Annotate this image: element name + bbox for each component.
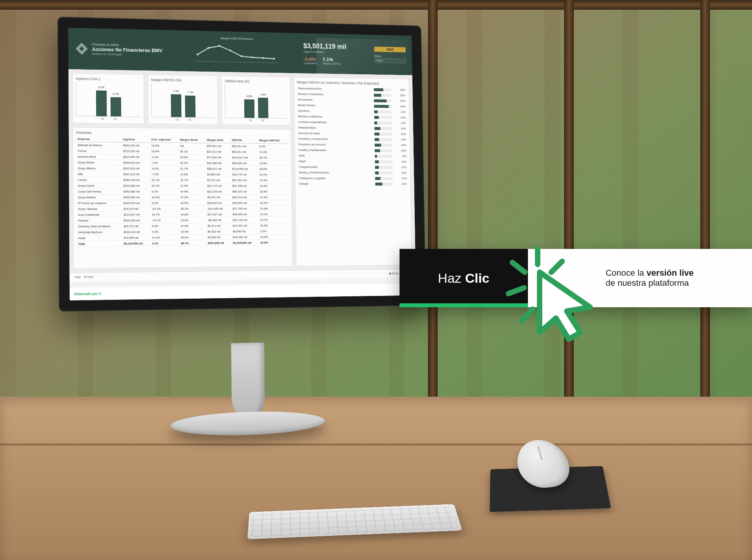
industry-name: Infraestructura	[298, 126, 372, 130]
industry-name: Papel	[299, 159, 373, 163]
industry-bar	[375, 132, 392, 135]
industry-metric-row[interactable]: Medios y Entretenimiento14%	[298, 170, 407, 175]
svg-point-3	[230, 50, 231, 52]
svg-point-5	[252, 56, 254, 58]
cta-light-block[interactable]: Conoce la versión live de nuestra plataf…	[528, 249, 752, 307]
mini-chart-panel: Ingresos (Crec.)8.2%6.1%’22’23	[72, 73, 144, 124]
industry-name: Hoteles y Restaurantes	[298, 148, 373, 152]
sector-label: Sector	[374, 55, 406, 58]
industry-value: 14%	[395, 171, 407, 175]
footer-tag-b[interactable]: $ Total	[84, 275, 93, 278]
industry-name: Energía	[299, 182, 373, 186]
table-row[interactable]: Grupo Carso$222,968 mil22.7%21.4%$24,115…	[76, 183, 288, 189]
table-row[interactable]: Grupo Televisa$74,519 mil-52.1%38.1%-$12…	[77, 206, 289, 212]
sector-select[interactable]: Todos	[374, 58, 406, 63]
mini-bar: 6.1%	[110, 97, 121, 116]
cta-banner[interactable]: Haz Clic	[400, 249, 752, 307]
header-sparkline-chart: Margen EBITDA histórico	[177, 35, 296, 68]
industry-value: 8%	[394, 154, 407, 158]
industry-bar	[374, 94, 391, 97]
industry-bar	[375, 177, 393, 180]
table-row[interactable]: Grupo México$243,519 mil-8.0%41.1%$58,61…	[76, 165, 288, 172]
table-header-cell[interactable]: Margen Bruto	[178, 137, 205, 143]
cta-text-b: Clic	[465, 271, 489, 285]
svg-point-2	[219, 45, 221, 47]
industry-value: 60%	[394, 105, 406, 108]
table-row[interactable]: Grupo Elektra$180,983 mil10.4%57.2%$5,24…	[76, 194, 288, 200]
industry-value: 14%	[394, 110, 406, 114]
industry-name: Bebidas y Alimentos	[298, 115, 372, 119]
cta-copy-c: de nuestra plataforma	[606, 278, 689, 288]
industry-bar	[374, 121, 392, 124]
mini-chart-title: Margen EBITDA (%)	[151, 78, 214, 82]
brand-block: Finanzas & cotiza Acciones No Financiera…	[75, 42, 169, 57]
mini-bar: 4.4%	[258, 98, 269, 118]
industry-name: Aeropuertos	[298, 98, 372, 102]
industry-metric-row[interactable]: Transporte y Logística21%	[298, 175, 407, 181]
industry-name: Cemento y Construcción	[298, 137, 373, 141]
cta-text-a: Haz	[438, 271, 461, 285]
svg-line-8	[195, 61, 279, 63]
industry-value: 15%	[394, 166, 407, 169]
table-row[interactable]: Cemex$296,218 mil10.7%32.7%$3,371 mil$57…	[76, 177, 288, 183]
table-header-cell[interactable]: Margen Neto	[205, 137, 231, 143]
kpi-margin: 7.1% Margen EBITDA	[323, 57, 341, 65]
monitor: Finanzas & cotiza Acciones No Financiera…	[58, 17, 427, 374]
industry-name: Productos de consumo	[298, 143, 373, 147]
industry-metric-row[interactable]: Textil8%	[298, 153, 407, 159]
table-header-cell[interactable]: Crec. Ingresos	[150, 136, 179, 143]
industry-value: 25%	[394, 144, 406, 147]
table-row[interactable]: Total$5,119,553 mil4.1%38.1%$322,846 mil…	[77, 240, 289, 247]
industry-margin-panel: Margen EBITDA por Industria / Subsector …	[294, 77, 412, 266]
svg-line-13	[522, 309, 533, 321]
svg-point-4	[240, 55, 242, 57]
industry-bar	[374, 99, 391, 102]
industry-bar	[375, 149, 392, 152]
mini-chart-panel: Utilidad Neta (%)4.0%4.4%’22’23	[221, 76, 291, 126]
companies-table[interactable]: EmpresaIngresosCrec. IngresosMargen Brut…	[76, 136, 289, 247]
industry-bar	[374, 88, 391, 91]
industry-bar	[375, 182, 393, 186]
industry-bar	[374, 105, 391, 108]
dashboard-screen: Finanzas & cotiza Acciones No Financiera…	[68, 28, 416, 300]
industry-value: 12%	[394, 121, 406, 125]
industry-value: 38%	[393, 88, 405, 92]
footer-tag-a[interactable]: Total	[74, 275, 81, 279]
industry-name: Bienes Raíces	[298, 103, 372, 108]
header-metrics: $3,501,119 mil Ingresos totales -3.8% Cr…	[303, 42, 368, 65]
svg-point-6	[262, 57, 264, 59]
mini-chart-title: Utilidad Neta (%)	[225, 79, 287, 84]
year-badge[interactable]: 2023	[374, 47, 406, 52]
table-header-cell[interactable]: Empresa	[76, 136, 122, 142]
table-title: Empresas	[76, 131, 288, 136]
industry-name: Servicios de salud	[298, 131, 373, 135]
mini-bar: 8.2%	[96, 90, 107, 116]
table-header-cell[interactable]: EBITDA	[230, 137, 258, 144]
industry-value: 18%	[394, 116, 406, 119]
table-row[interactable]: El Puerto de Liverpool$182,679 mil9.4%40…	[77, 200, 289, 206]
companies-table-panel: Empresas EmpresaIngresosCrec. IngresosMa…	[73, 127, 293, 269]
industry-name: Minería e Industriales	[298, 92, 372, 96]
industry-bar	[374, 116, 392, 119]
svg-line-11	[551, 261, 562, 272]
table-row[interactable]: Coca-Cola Femsa$245,088 mil8.1%44.8%$22,…	[76, 189, 288, 194]
svg-line-12	[508, 288, 524, 294]
industry-metric-row[interactable]: Papel16%	[298, 158, 407, 164]
industry-bar	[374, 110, 392, 113]
industry-name: Textil	[299, 154, 373, 158]
dashboard-header: Finanzas & cotiza Acciones No Financiera…	[68, 28, 412, 75]
table-row[interactable]: Alfa$301,510 mil-7.3%14.8%$3,684 mil$30,…	[76, 171, 288, 177]
industry-bar	[375, 154, 392, 158]
industry-value: 52%	[394, 99, 406, 103]
industry-bar	[375, 166, 393, 169]
cursor-icon	[501, 241, 602, 342]
industry-metric-row[interactable]: Energía28%	[298, 181, 408, 187]
industry-name: Medios y Entretenimiento	[299, 171, 373, 174]
svg-point-7	[273, 58, 275, 60]
table-header-cell[interactable]: Ingresos	[121, 136, 149, 143]
industry-name: Químicos	[298, 109, 372, 113]
industry-value: 28%	[395, 182, 407, 186]
industry-metric-row[interactable]: Conglomerados15%	[298, 164, 407, 170]
table-header-cell[interactable]: Margen EBITDA	[258, 138, 287, 144]
kpi-growth: -3.8% Crecimiento	[303, 56, 317, 65]
